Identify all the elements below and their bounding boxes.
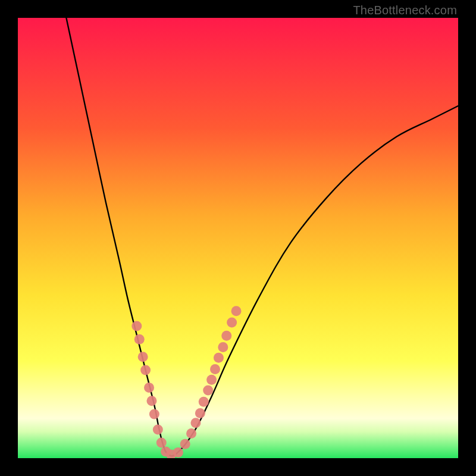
marker-dot (156, 438, 167, 448)
plot-area (18, 18, 458, 458)
marker-dot (138, 352, 148, 362)
marker-dot (227, 318, 237, 328)
marker-dot (186, 428, 196, 439)
marker-dot (214, 353, 224, 363)
gradient-background (18, 18, 458, 458)
marker-dot (231, 306, 242, 316)
marker-dot (134, 334, 145, 345)
marker-dot (153, 424, 163, 434)
marker-dot (190, 418, 201, 428)
marker-dot (140, 365, 151, 375)
marker-dot (173, 447, 183, 458)
marker-dot (144, 383, 154, 393)
marker-dot (210, 364, 220, 374)
marker-dot (199, 397, 209, 407)
marker-dot (206, 375, 217, 385)
chart-svg (18, 18, 458, 458)
marker-dot (218, 342, 228, 352)
marker-dot (146, 396, 156, 406)
marker-dot (180, 439, 190, 449)
marker-dot (195, 408, 205, 418)
chart-frame: TheBottleneck.com (0, 0, 476, 476)
marker-dot (221, 331, 231, 341)
watermark-text: TheBottleneck.com (353, 4, 457, 17)
marker-dot (131, 321, 142, 331)
marker-dot (203, 386, 213, 396)
marker-dot (149, 409, 159, 419)
